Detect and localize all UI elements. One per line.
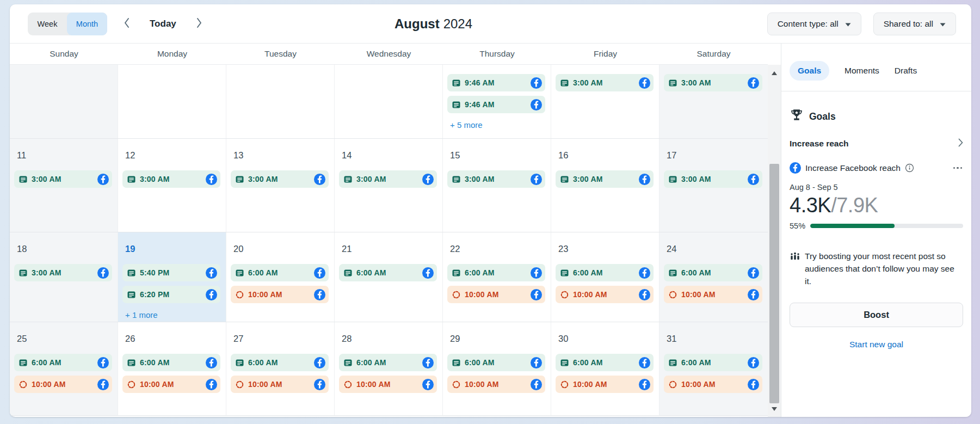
scheduled-post-pill[interactable]: 3:00 AM xyxy=(556,170,654,188)
goal-increase-reach[interactable]: Increase reach xyxy=(790,138,963,149)
next-month-button[interactable] xyxy=(194,15,205,33)
scheduled-post-pill[interactable]: 9:46 AM xyxy=(447,96,545,113)
scheduled-post-pill[interactable]: 3:00 AM xyxy=(231,170,329,188)
day-header: Saturday xyxy=(660,49,768,59)
goal-date-range: Aug 8 - Sep 5 xyxy=(790,183,963,192)
calendar-day-cell xyxy=(226,65,335,138)
content-type-filter[interactable]: Content type: all xyxy=(767,13,861,35)
scheduled-post-pill[interactable]: 6:00 AM xyxy=(231,264,329,281)
facebook-icon xyxy=(422,379,434,390)
scheduled-post-pill[interactable]: 6:00 AM xyxy=(447,354,545,371)
facebook-icon xyxy=(97,267,109,279)
story-icon xyxy=(127,380,135,389)
tab-goals[interactable]: Goals xyxy=(790,61,829,81)
calendar-scroll-view: 9:46 AM9:46 AM+ 5 more3:00 AM3:00 AM113:… xyxy=(10,65,781,417)
post-time: 3:00 AM xyxy=(248,175,278,183)
scheduled-post-pill[interactable]: 3:00 AM xyxy=(664,74,762,91)
scheduled-post-pill[interactable]: 3:00 AM xyxy=(14,264,112,281)
story-icon xyxy=(669,291,677,299)
scheduled-post-pill[interactable]: 6:00 AM xyxy=(556,264,654,281)
calendar-scrollbar[interactable] xyxy=(768,65,781,417)
scheduled-story-pill[interactable]: 10:00 AM xyxy=(556,376,654,393)
story-icon xyxy=(236,291,244,299)
scheduled-post-pill[interactable]: 3:00 AM xyxy=(339,170,437,188)
post-time: 10:00 AM xyxy=(465,290,499,299)
title-month: August xyxy=(395,16,440,31)
scheduled-story-pill[interactable]: 10:00 AM xyxy=(447,286,545,303)
goal-progress-row: 55% xyxy=(790,222,963,230)
date-number: 28 xyxy=(342,333,437,344)
sidebar-divider xyxy=(781,91,971,91)
chevron-left-icon xyxy=(124,17,130,30)
week-toggle[interactable]: Week xyxy=(28,13,67,35)
post-time: 10:00 AM xyxy=(681,380,716,389)
scheduled-post-pill[interactable]: 6:00 AM xyxy=(339,264,437,281)
scheduled-post-pill[interactable]: 6:00 AM xyxy=(122,354,220,371)
tab-moments[interactable]: Moments xyxy=(845,61,879,81)
kebab-menu[interactable] xyxy=(952,165,964,171)
facebook-icon xyxy=(206,357,217,368)
scheduled-post-pill[interactable]: 3:00 AM xyxy=(556,74,654,91)
post-icon xyxy=(236,359,244,367)
post-time: 3:00 AM xyxy=(356,175,386,183)
scheduled-post-pill[interactable]: 6:00 AM xyxy=(556,354,654,371)
start-new-goal-link[interactable]: Start new goal xyxy=(849,340,903,349)
facebook-icon xyxy=(531,267,542,279)
day-header: Friday xyxy=(551,49,660,59)
more-events-link[interactable]: + 1 more xyxy=(125,310,220,319)
post-time: 10:00 AM xyxy=(248,380,282,389)
scheduled-story-pill[interactable]: 10:00 AM xyxy=(122,376,220,393)
month-toggle[interactable]: Month xyxy=(67,13,107,35)
facebook-icon xyxy=(748,379,759,390)
post-icon xyxy=(560,359,569,367)
scheduled-story-pill[interactable]: 10:00 AM xyxy=(447,376,545,393)
scheduled-story-pill[interactable]: 10:00 AM xyxy=(664,376,762,393)
scheduled-post-pill[interactable]: 6:00 AM xyxy=(231,354,329,371)
scheduled-story-pill[interactable]: 10:00 AM xyxy=(14,376,112,393)
scheduled-post-pill[interactable]: 3:00 AM xyxy=(664,170,762,188)
caret-down-icon xyxy=(845,19,851,29)
scheduled-post-pill[interactable]: 6:00 AM xyxy=(339,354,437,371)
post-time: 5:40 PM xyxy=(140,268,169,277)
scheduled-post-pill[interactable]: 6:00 AM xyxy=(447,264,545,281)
post-time: 10:00 AM xyxy=(573,380,607,389)
scheduled-post-pill[interactable]: 6:00 AM xyxy=(14,354,112,371)
shared-to-filter[interactable]: Shared to: all xyxy=(873,13,956,35)
info-icon[interactable] xyxy=(905,163,914,173)
scheduled-post-pill[interactable]: 6:00 AM xyxy=(664,264,762,281)
scrollbar-thumb[interactable] xyxy=(769,164,779,403)
scroll-down-arrow[interactable] xyxy=(768,404,781,414)
scheduled-story-pill[interactable]: 10:00 AM xyxy=(231,376,329,393)
scroll-up-arrow[interactable] xyxy=(768,68,781,78)
boost-button[interactable]: Boost xyxy=(790,303,963,327)
post-time: 9:46 AM xyxy=(465,78,495,87)
scheduled-post-pill[interactable]: 6:00 AM xyxy=(664,354,762,371)
today-button[interactable]: Today xyxy=(150,19,176,29)
scheduled-post-pill[interactable]: 3:00 AM xyxy=(447,170,545,188)
scheduled-post-pill[interactable]: 3:00 AM xyxy=(14,170,112,188)
date-number: 26 xyxy=(125,333,220,344)
facebook-icon xyxy=(531,289,542,300)
main-area: SundayMondayTuesdayWednesdayThursdayFrid… xyxy=(10,44,971,417)
goals-section-header: Goals xyxy=(790,108,963,125)
more-events-link[interactable]: + 5 more xyxy=(450,120,545,130)
scheduled-story-pill[interactable]: 10:00 AM xyxy=(664,286,762,303)
scheduled-story-pill[interactable]: 10:00 AM xyxy=(231,286,329,303)
tab-drafts[interactable]: Drafts xyxy=(895,61,917,81)
calendar-day-cell: 296:00 AM10:00 AM xyxy=(443,322,551,415)
scheduled-post-pill[interactable]: 6:20 PM xyxy=(122,286,220,303)
scheduled-story-pill[interactable]: 10:00 AM xyxy=(339,376,437,393)
post-time: 10:00 AM xyxy=(140,380,174,389)
goal-percent: 55% xyxy=(790,222,805,230)
prev-month-button[interactable] xyxy=(121,15,132,33)
scheduled-story-pill[interactable]: 10:00 AM xyxy=(556,286,654,303)
calendar-day-cell: 123:00 AM xyxy=(118,139,226,232)
right-sidebar: Goals Moments Drafts Goals Increase reac… xyxy=(781,44,971,417)
scheduled-post-pill[interactable]: 3:00 AM xyxy=(122,170,220,188)
goal-progress-fill xyxy=(810,224,895,228)
scheduled-post-pill[interactable]: 5:40 PM xyxy=(122,264,220,281)
post-time: 3:00 AM xyxy=(140,175,170,183)
scheduled-post-pill[interactable]: 9:46 AM xyxy=(447,74,545,91)
facebook-icon xyxy=(314,174,325,185)
facebook-icon xyxy=(314,289,325,300)
